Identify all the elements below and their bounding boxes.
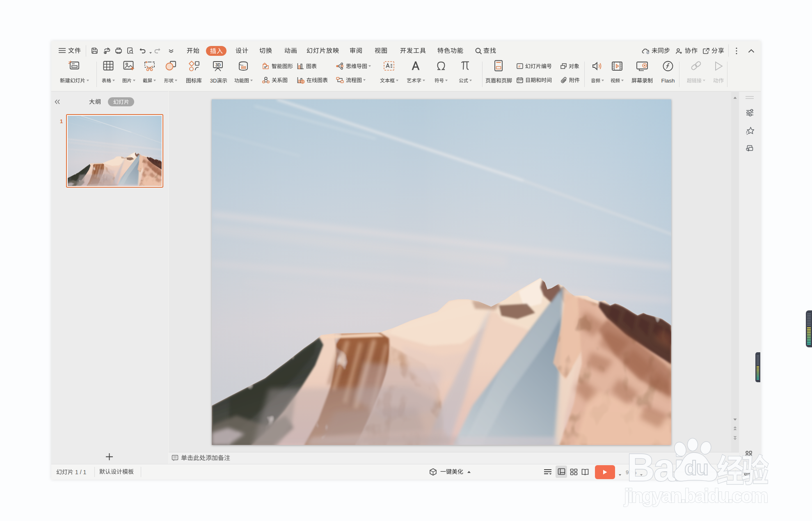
svg-text:3D: 3D xyxy=(215,63,221,67)
svg-text:#: # xyxy=(519,64,521,69)
svg-text:jingyan.baidu.com: jingyan.baidu.com xyxy=(624,485,769,507)
